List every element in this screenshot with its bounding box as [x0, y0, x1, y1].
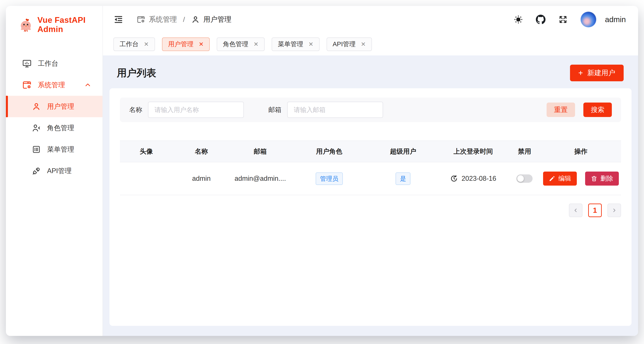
email-filter-input[interactable]: [287, 102, 383, 118]
role-tag: 管理员: [316, 172, 343, 185]
column-header-name: 名称: [172, 147, 230, 156]
sidebar-item-label: 用户管理: [47, 102, 74, 111]
tab-user-management[interactable]: 用户管理 ✕: [162, 38, 210, 51]
github-icon[interactable]: [536, 15, 546, 24]
tab-label: 菜单管理: [278, 40, 303, 49]
tab-label: 角色管理: [223, 40, 248, 49]
sidebar-item-menu-management[interactable]: 菜单管理: [6, 139, 102, 160]
user-avatar[interactable]: [580, 12, 596, 27]
person-icon: [32, 102, 41, 111]
content-area: 用户列表 + 新建用户 名称 邮箱 重置 搜索: [103, 56, 638, 336]
new-user-button-label: 新建用户: [587, 68, 615, 78]
person-role-icon: [32, 123, 41, 133]
sidebar-item-role-management[interactable]: 角色管理: [6, 117, 102, 139]
cell-actions: 编辑 删除: [541, 172, 621, 186]
sidebar-item-user-management[interactable]: 用户管理: [6, 96, 102, 117]
close-icon[interactable]: ✕: [199, 42, 204, 47]
breadcrumb-label: 用户管理: [203, 15, 232, 24]
delete-button[interactable]: 删除: [585, 172, 619, 186]
tab-label: 工作台: [120, 40, 138, 49]
plug-icon: [32, 166, 41, 176]
close-icon[interactable]: ✕: [254, 42, 258, 47]
cell-last-login: 2023-08-16: [438, 175, 508, 183]
clock-icon: [450, 175, 458, 183]
column-header-actions: 操作: [541, 147, 621, 156]
edit-button[interactable]: 编辑: [543, 172, 577, 186]
breadcrumb-separator: /: [183, 16, 185, 24]
monitor-icon: [22, 59, 32, 68]
new-user-button[interactable]: + 新建用户: [570, 65, 624, 81]
pagination-next-button[interactable]: [608, 204, 621, 217]
sidebar-item-system[interactable]: 系统管理: [6, 74, 102, 96]
tab-label: 用户管理: [168, 40, 194, 49]
list-icon: [32, 145, 41, 154]
app-window: Vue FastAPI Admin 工作台: [6, 6, 638, 336]
disabled-toggle[interactable]: [516, 174, 532, 183]
name-filter-label: 名称: [129, 105, 142, 114]
fullscreen-icon[interactable]: [558, 15, 568, 24]
sidebar-item-api-management[interactable]: API管理: [6, 160, 102, 182]
sidebar: Vue FastAPI Admin 工作台: [6, 6, 103, 336]
breadcrumb-item-system[interactable]: 系统管理: [136, 15, 177, 24]
tab-label: API管理: [333, 40, 356, 49]
close-icon[interactable]: ✕: [361, 42, 366, 47]
sidebar-item-label: 菜单管理: [47, 145, 74, 154]
theme-sun-icon[interactable]: [514, 15, 523, 24]
window-gear-icon: [136, 15, 145, 24]
superuser-tag: 是: [396, 172, 410, 185]
page-header: 用户列表 + 新建用户: [110, 56, 632, 88]
chicken-logo-icon: [19, 18, 33, 32]
breadcrumb: 系统管理 / 用户管理: [136, 15, 232, 24]
top-header: 系统管理 / 用户管理: [103, 6, 638, 33]
screenshot-canvas: Vue FastAPI Admin 工作台: [0, 0, 644, 344]
sidebar-item-label: 系统管理: [38, 80, 65, 90]
tab-menu-management[interactable]: 菜单管理 ✕: [272, 38, 320, 51]
pagination: 1: [120, 204, 621, 217]
last-login-value: 2023-08-16: [462, 175, 496, 183]
pagination-page-1[interactable]: 1: [588, 204, 602, 217]
sidebar-menu: 工作台 系统管理: [6, 53, 102, 182]
close-icon[interactable]: ✕: [144, 42, 149, 47]
users-table: 头像 名称 邮箱 用户角色 超级用户 上次登录时间 禁用 操作 admin: [120, 140, 621, 195]
pencil-icon: [549, 175, 555, 182]
cell-email: admin@admin....: [230, 175, 290, 183]
column-header-disabled: 禁用: [508, 147, 541, 156]
search-button[interactable]: 搜索: [583, 103, 612, 117]
sidebar-item-label: 工作台: [38, 59, 58, 68]
name-filter-input[interactable]: [148, 102, 244, 118]
trash-icon: [591, 175, 597, 182]
email-filter-label: 邮箱: [268, 105, 282, 114]
tab-role-management[interactable]: 角色管理 ✕: [217, 38, 265, 51]
sidebar-collapse-icon[interactable]: [114, 15, 124, 25]
page-title: 用户列表: [117, 66, 156, 80]
column-header-last-login: 上次登录时间: [438, 147, 508, 156]
logo[interactable]: Vue FastAPI Admin: [6, 6, 102, 34]
column-header-superuser: 超级用户: [368, 147, 438, 156]
main-area: 系统管理 / 用户管理: [103, 6, 638, 336]
edit-button-label: 编辑: [558, 174, 571, 183]
sidebar-item-label: 角色管理: [47, 123, 74, 133]
person-icon: [191, 15, 200, 24]
tab-api-management[interactable]: API管理 ✕: [326, 38, 372, 51]
reset-button[interactable]: 重置: [546, 103, 575, 117]
pagination-prev-button[interactable]: [569, 204, 582, 217]
close-icon[interactable]: ✕: [308, 42, 314, 47]
tab-bar: 工作台 ✕ 用户管理 ✕ 角色管理 ✕ 菜单管理 ✕ API管理 ✕: [103, 33, 638, 56]
sidebar-item-label: API管理: [47, 166, 72, 176]
column-header-avatar: 头像: [120, 147, 172, 156]
delete-button-label: 删除: [600, 174, 613, 183]
cell-name: admin: [172, 175, 230, 183]
window-gear-icon: [22, 80, 32, 90]
sidebar-item-workbench[interactable]: 工作台: [6, 53, 102, 74]
breadcrumb-item-user[interactable]: 用户管理: [191, 15, 232, 24]
cell-superuser: 是: [368, 172, 438, 185]
column-header-role: 用户角色: [290, 147, 368, 156]
tab-workbench[interactable]: 工作台 ✕: [114, 38, 155, 51]
plus-icon: +: [578, 69, 583, 77]
table-header-row: 头像 名称 邮箱 用户角色 超级用户 上次登录时间 禁用 操作: [120, 140, 621, 162]
header-actions: admin: [514, 12, 626, 27]
column-header-email: 邮箱: [230, 147, 290, 156]
header-username[interactable]: admin: [605, 15, 626, 24]
cell-role: 管理员: [290, 172, 368, 185]
breadcrumb-label: 系统管理: [149, 15, 177, 24]
